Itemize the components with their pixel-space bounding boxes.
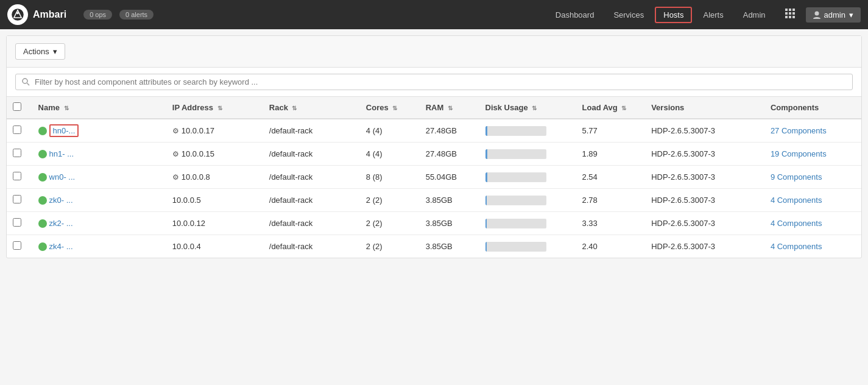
nav-alerts[interactable]: Alerts <box>694 7 732 23</box>
search-icon <box>22 78 30 86</box>
grid-icon[interactable] <box>779 5 801 24</box>
status-dot-2 <box>38 173 47 182</box>
sort-disk-icon[interactable]: ⇅ <box>532 105 537 111</box>
wrench-icon-1: ⚙ <box>172 150 179 158</box>
sort-cores-icon[interactable]: ⇅ <box>392 105 397 111</box>
host-link-1[interactable]: hn1- ... <box>49 149 74 158</box>
col-header-rack: Rack ⇅ <box>263 97 360 119</box>
ops-badge[interactable]: 0 ops <box>83 10 112 19</box>
disk-bar-3 <box>485 196 546 205</box>
components-link-5[interactable]: 4 Components <box>771 242 822 251</box>
table-row: hn0-...⚙10.0.0.17/default-rack4 (4)27.48… <box>7 119 861 143</box>
alerts-badge[interactable]: 0 alerts <box>119 10 153 19</box>
svg-rect-5 <box>785 12 788 15</box>
components-link-2[interactable]: 9 Components <box>771 172 822 182</box>
status-dot-5 <box>38 242 47 251</box>
host-link-0[interactable]: hn0-... <box>49 124 79 137</box>
filter-input[interactable] <box>35 77 846 87</box>
ram-value-3: 3.85GB <box>420 189 479 212</box>
cores-value-5: 2 (2) <box>360 235 420 258</box>
cores-value-3: 2 (2) <box>360 189 420 212</box>
header-checkbox[interactable] <box>13 102 21 111</box>
sort-rack-icon[interactable]: ⇅ <box>292 105 297 111</box>
sort-name-icon[interactable]: ⇅ <box>64 105 69 111</box>
versions-value-1: HDP-2.6.5.3007-3 <box>645 143 764 166</box>
actions-button[interactable]: Actions ▾ <box>15 43 65 60</box>
col-header-versions: Versions <box>645 97 764 119</box>
load-value-4: 3.33 <box>576 212 646 235</box>
row-checkbox-1[interactable] <box>13 149 21 157</box>
ip-value-4: 10.0.0.12 <box>172 219 205 228</box>
versions-value-0: HDP-2.6.5.3007-3 <box>645 119 764 143</box>
brand: Ambari <box>7 4 66 25</box>
sort-ip-icon[interactable]: ⇅ <box>217 105 222 111</box>
row-checkbox-4[interactable] <box>13 218 21 227</box>
hosts-table: Name ⇅ IP Address ⇅ Rack ⇅ Cores ⇅ RAM <box>7 97 861 258</box>
status-dot-4 <box>38 219 47 228</box>
components-link-0[interactable]: 27 Components <box>771 126 827 135</box>
col-header-disk: Disk Usage ⇅ <box>479 97 576 119</box>
ram-value-1: 27.48GB <box>420 143 479 166</box>
row-checkbox-2[interactable] <box>13 172 21 180</box>
host-link-4[interactable]: zk2- ... <box>49 219 73 228</box>
components-link-1[interactable]: 19 Components <box>771 149 827 158</box>
nav-dashboard[interactable]: Dashboard <box>547 7 603 23</box>
wrench-icon-0: ⚙ <box>172 127 179 135</box>
versions-value-5: HDP-2.6.5.3007-3 <box>645 235 764 258</box>
wrench-icon-2: ⚙ <box>172 173 179 182</box>
rack-value-3: /default-rack <box>263 189 360 212</box>
admin-label: admin <box>824 10 845 19</box>
rack-value-2: /default-rack <box>263 166 360 189</box>
disk-bar-4 <box>485 219 546 228</box>
table-body: hn0-...⚙10.0.0.17/default-rack4 (4)27.48… <box>7 119 861 258</box>
status-dot-0 <box>38 127 47 135</box>
disk-bar-fill-0 <box>485 126 487 136</box>
host-link-2[interactable]: wn0- ... <box>49 172 76 182</box>
svg-rect-8 <box>785 16 788 18</box>
load-value-2: 2.54 <box>576 166 646 189</box>
host-link-5[interactable]: zk4- ... <box>49 242 73 251</box>
cores-value-1: 4 (4) <box>360 143 420 166</box>
disk-bar-0 <box>485 126 546 136</box>
sort-load-icon[interactable]: ⇅ <box>621 105 626 111</box>
svg-rect-7 <box>792 12 795 15</box>
svg-rect-6 <box>789 12 791 15</box>
disk-bar-fill-2 <box>485 172 487 182</box>
versions-value-4: HDP-2.6.5.3007-3 <box>645 212 764 235</box>
svg-point-1 <box>16 12 19 15</box>
nav-hosts[interactable]: Hosts <box>655 7 692 23</box>
nav-admin[interactable]: Admin <box>735 7 774 23</box>
table-row: zk2- ...10.0.0.12/default-rack2 (2)3.85G… <box>7 212 861 235</box>
actions-bar: Actions ▾ <box>7 36 861 68</box>
table-row: hn1- ...⚙10.0.0.15/default-rack4 (4)27.4… <box>7 143 861 166</box>
col-header-name: Name ⇅ <box>32 97 166 119</box>
table-header: Name ⇅ IP Address ⇅ Rack ⇅ Cores ⇅ RAM <box>7 97 861 119</box>
host-link-3[interactable]: zk0- ... <box>49 196 73 205</box>
nav-services[interactable]: Services <box>605 7 652 23</box>
ip-value-5: 10.0.0.4 <box>172 242 201 251</box>
admin-caret: ▾ <box>849 10 853 19</box>
status-dot-3 <box>38 196 47 205</box>
disk-bar-fill-4 <box>485 219 487 228</box>
sort-ram-icon[interactable]: ⇅ <box>448 105 453 111</box>
status-dot-1 <box>38 150 47 158</box>
row-checkbox-0[interactable] <box>13 125 21 134</box>
components-link-4[interactable]: 4 Components <box>771 219 822 228</box>
svg-rect-9 <box>789 16 791 18</box>
actions-caret: ▾ <box>53 47 57 56</box>
load-value-3: 2.78 <box>576 189 646 212</box>
col-header-ram: RAM ⇅ <box>420 97 479 119</box>
row-checkbox-3[interactable] <box>13 195 21 203</box>
ip-value-1: 10.0.0.15 <box>182 149 214 158</box>
row-checkbox-5[interactable] <box>13 241 21 250</box>
table-row: zk4- ...10.0.0.4/default-rack2 (2)3.85GB… <box>7 235 861 258</box>
table-row: wn0- ...⚙10.0.0.8/default-rack8 (8)55.04… <box>7 166 861 189</box>
disk-bar-1 <box>485 149 546 159</box>
ip-value-2: 10.0.0.8 <box>182 172 210 182</box>
components-link-3[interactable]: 4 Components <box>771 196 822 205</box>
load-value-0: 5.77 <box>576 119 646 143</box>
versions-value-2: HDP-2.6.5.3007-3 <box>645 166 764 189</box>
admin-button[interactable]: admin ▾ <box>806 7 861 23</box>
rack-value-1: /default-rack <box>263 143 360 166</box>
svg-line-13 <box>27 83 30 86</box>
